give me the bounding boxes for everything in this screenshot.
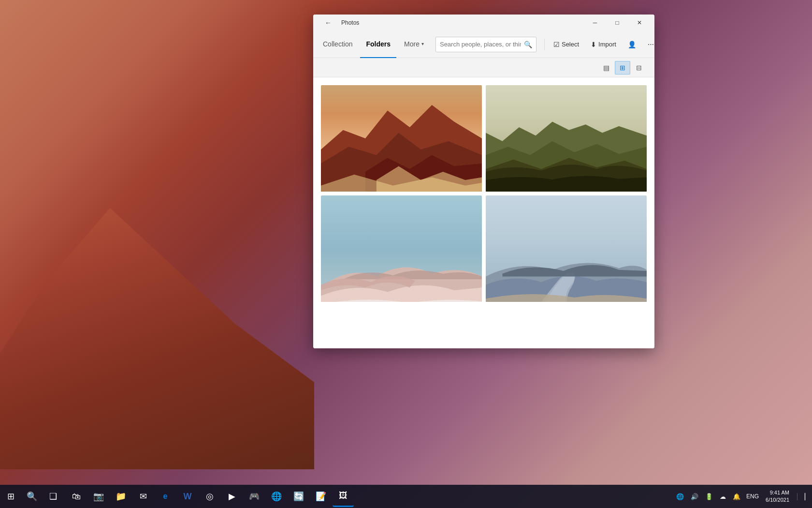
tab-more[interactable]: More ▾ [398, 31, 430, 58]
back-icon: ← [325, 19, 332, 27]
taskbar-camera-icon[interactable]: 📷 [88, 486, 109, 507]
start-button[interactable]: ⊞ [0, 486, 21, 507]
store-icon: 🛍 [72, 492, 81, 502]
photo-grid [321, 85, 647, 302]
camera-icon: 📷 [93, 491, 104, 502]
task-view-icon: ❑ [49, 491, 57, 502]
terminal-icon: ▶ [229, 491, 235, 502]
photo-item-3[interactable] [321, 195, 482, 302]
large-grid-icon: ⊟ [636, 64, 642, 72]
clock-date: 6/10/2021 [766, 496, 789, 504]
photo-2-image [486, 85, 647, 192]
photos-window: ← Photos ─ □ ✕ Collection Folders More ▾… [313, 15, 654, 348]
edge-icon: 🌐 [271, 491, 282, 502]
tab-collection[interactable]: Collection [317, 31, 358, 58]
profile-button[interactable]: 👤 [623, 38, 641, 51]
lang-label: ENG [746, 493, 759, 500]
cortana-icon: ◎ [206, 491, 214, 502]
notification-icon: 🔔 [733, 493, 740, 500]
network-icon: 🌐 [676, 493, 684, 500]
select-icon: ☑ [553, 41, 560, 48]
search-input[interactable] [440, 41, 521, 48]
tab-folders[interactable]: Folders [360, 31, 396, 58]
tab-folders-label: Folders [366, 40, 391, 48]
taskbar: ⊞ 🔍 ❑ 🛍 📷 📁 ✉ e W ◎ ▶ [0, 485, 812, 508]
photo-4-image [486, 195, 647, 302]
system-clock[interactable]: 9:41 AM 6/10/2021 [762, 488, 793, 505]
taskbar-translator-icon[interactable]: 🔄 [288, 486, 309, 507]
tray-battery-icon[interactable]: 🔋 [702, 491, 716, 502]
volume-icon: 🔊 [691, 493, 698, 500]
show-desktop-icon: ▕ [797, 493, 805, 500]
notes-icon: 📝 [316, 491, 326, 502]
view-list-button[interactable]: ▤ [598, 61, 614, 75]
edge-old-icon: e [163, 492, 168, 501]
taskbar-search-icon: 🔍 [27, 491, 37, 502]
search-icon[interactable]: 🔍 [524, 41, 532, 48]
taskbar-notes-icon[interactable]: 📝 [310, 486, 332, 507]
taskbar-word-icon[interactable]: W [177, 486, 198, 507]
maximize-button[interactable]: □ [606, 15, 628, 31]
view-toolbar: ▤ ⊞ ⊟ [313, 58, 654, 77]
taskbar-apps: 🛍 📷 📁 ✉ e W ◎ ▶ 🎮 🌐 🔄 [64, 486, 356, 507]
taskbar-photos-icon[interactable]: 🖼 [333, 486, 354, 507]
view-large-grid-button[interactable]: ⊟ [631, 61, 647, 75]
more-options-button[interactable]: ⋯ [643, 38, 654, 51]
more-options-icon: ⋯ [648, 41, 654, 48]
tab-more-label: More [404, 40, 420, 48]
taskbar-cortana-icon[interactable]: ◎ [199, 486, 220, 507]
photo-item-4[interactable] [486, 195, 647, 302]
taskbar-terminal-icon[interactable]: ▶ [221, 486, 243, 507]
clock-time: 9:41 AM [766, 489, 789, 496]
xbox-icon: 🎮 [249, 491, 260, 502]
tray-volume-icon[interactable]: 🔊 [688, 491, 701, 502]
search-box[interactable]: 🔍 [435, 37, 536, 52]
desktop-mountain [0, 179, 314, 469]
taskbar-search-button[interactable]: 🔍 [21, 486, 43, 507]
import-button[interactable]: ⬇ Import [586, 38, 621, 51]
photo-1-image [321, 85, 482, 192]
photos-taskbar-icon: 🖼 [339, 491, 348, 501]
profile-icon: 👤 [628, 41, 636, 48]
minimize-button[interactable]: ─ [584, 15, 606, 31]
notification-center-button[interactable]: 🔔 [730, 491, 743, 502]
view-medium-grid-button[interactable]: ⊞ [615, 61, 630, 75]
tray-network-icon[interactable]: 🌐 [673, 491, 687, 502]
word-icon: W [184, 492, 192, 502]
toolbar-actions: ☑ Select ⬇ Import 👤 ⋯ [542, 38, 654, 51]
import-label: Import [598, 41, 616, 48]
show-desktop-button[interactable]: ▕ [794, 491, 808, 502]
main-toolbar: Collection Folders More ▾ 🔍 ☑ Select ⬇ I… [313, 31, 654, 58]
task-view-button[interactable]: ❑ [43, 486, 64, 507]
content-area[interactable] [313, 77, 654, 348]
tray-onedrive-icon[interactable]: ☁ [717, 491, 729, 502]
photo-3-image [321, 195, 482, 302]
folder-icon: 📁 [116, 491, 126, 502]
window-controls: ─ □ ✕ [584, 15, 651, 31]
photo-item-1[interactable] [321, 85, 482, 192]
system-tray: 🌐 🔊 🔋 ☁ 🔔 ENG 9:41 AM 6/10/2021 ▕ [673, 488, 812, 505]
language-indicator[interactable]: ENG [744, 491, 761, 502]
close-button[interactable]: ✕ [628, 15, 651, 31]
taskbar-explorer-icon[interactable]: 📁 [110, 486, 131, 507]
mail-icon: ✉ [140, 491, 147, 502]
translator-icon: 🔄 [293, 491, 304, 502]
window-title: Photos [339, 19, 359, 26]
chevron-down-icon: ▾ [421, 41, 424, 46]
taskbar-xbox-icon[interactable]: 🎮 [244, 486, 265, 507]
import-icon: ⬇ [591, 41, 596, 48]
battery-icon: 🔋 [705, 493, 713, 500]
taskbar-edge-icon[interactable]: 🌐 [266, 486, 287, 507]
select-label: Select [562, 41, 579, 48]
view-toggle-group: ▤ ⊞ ⊟ [598, 61, 647, 75]
title-bar: ← Photos ─ □ ✕ [313, 15, 654, 31]
taskbar-store-icon[interactable]: 🛍 [66, 486, 87, 507]
taskbar-mail-icon[interactable]: ✉ [132, 486, 154, 507]
medium-grid-icon: ⊞ [620, 64, 625, 72]
back-button[interactable]: ← [317, 15, 339, 31]
photo-item-2[interactable] [486, 85, 647, 192]
list-view-icon: ▤ [603, 64, 609, 72]
taskbar-edge-old-icon[interactable]: e [155, 486, 176, 507]
onedrive-icon: ☁ [720, 493, 726, 500]
select-button[interactable]: ☑ Select [549, 38, 584, 51]
